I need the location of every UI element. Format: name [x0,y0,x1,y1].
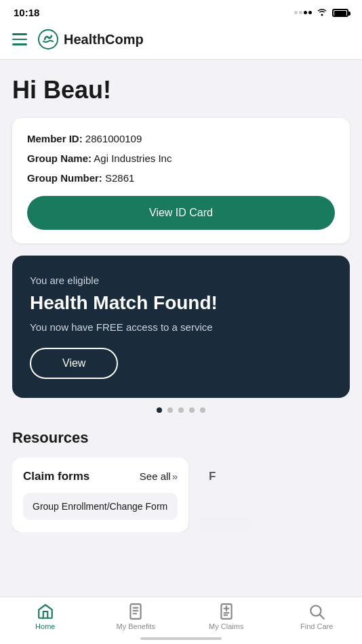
health-match-card: You are eligible Health Match Found! You… [12,256,350,398]
group-number-value: S2861 [105,172,134,184]
form-item[interactable]: Group Enrollment/Change Form [23,493,178,520]
svg-point-0 [39,30,58,49]
carousel-dot-1[interactable] [157,407,162,413]
main-content: Hi Beau! Member ID: 2861000109 Group Nam… [0,60,362,600]
see-all-link[interactable]: See all » [140,470,178,482]
health-match-title: Health Match Found! [30,291,332,315]
see-all-label: See all [140,470,171,482]
nav-my-benefits[interactable]: My Benefits [112,603,159,630]
nav-claims-label: My Claims [209,622,243,630]
group-number-label: Group Number: [27,172,102,184]
health-match-subtitle: You now have FREE access to a service [30,321,332,333]
claims-icon [218,603,235,620]
wifi-icon [316,7,328,18]
member-card: Member ID: 2861000109 Group Name: Agi In… [12,118,350,243]
claim-forms-card: Claim forms See all » Group Enrollment/C… [12,458,188,532]
resources-title: Resources [12,429,350,447]
resource-card-partial: F [198,458,252,532]
group-name-label: Group Name: [27,153,92,164]
nav-find-care[interactable]: Find Care [293,603,340,630]
resources-row: Claim forms See all » Group Enrollment/C… [12,458,350,532]
nav-benefits-label: My Benefits [117,622,155,630]
claim-forms-header: Claim forms See all » [23,470,178,483]
nav-find-care-label: Find Care [300,622,333,630]
partial-card-title: F [209,470,216,483]
nav-home-label: Home [35,622,55,630]
status-time: 10:18 [14,7,39,18]
view-id-card-button[interactable]: View ID Card [27,196,335,230]
carousel-dot-2[interactable] [167,407,173,413]
logo-icon [38,29,58,49]
benefits-icon [127,603,144,620]
logo-text: HealthComp [64,32,144,47]
signal-icon [294,11,312,14]
claim-forms-title: Claim forms [23,470,89,483]
carousel-dot-3[interactable] [178,407,184,413]
status-bar: 10:18 [0,0,362,22]
group-name-value: Agi Industries Inc [94,153,172,164]
home-indicator [140,637,222,640]
menu-button[interactable] [12,33,27,45]
member-id-value: 2861000109 [85,133,142,144]
nav-my-claims[interactable]: My Claims [203,603,250,630]
greeting-text: Hi Beau! [12,76,350,104]
member-id-label: Member ID: [27,133,83,144]
battery-icon [332,9,348,17]
carousel-dot-4[interactable] [189,407,195,413]
header: HealthComp [0,22,362,60]
status-icons [294,7,348,18]
member-id-row: Member ID: 2861000109 [27,132,335,146]
logo: HealthComp [38,29,144,49]
health-match-view-button[interactable]: View [30,348,118,379]
see-all-arrows: » [172,470,178,482]
group-name-row: Group Name: Agi Industries Inc [27,151,335,165]
svg-line-11 [320,615,324,619]
eligible-text: You are eligible [30,275,332,286]
carousel-dots [12,407,350,413]
home-icon [37,603,54,620]
find-care-icon [308,603,325,620]
carousel-dot-5[interactable] [200,407,205,413]
group-number-row: Group Number: S2861 [27,171,335,185]
nav-home[interactable]: Home [22,603,69,630]
